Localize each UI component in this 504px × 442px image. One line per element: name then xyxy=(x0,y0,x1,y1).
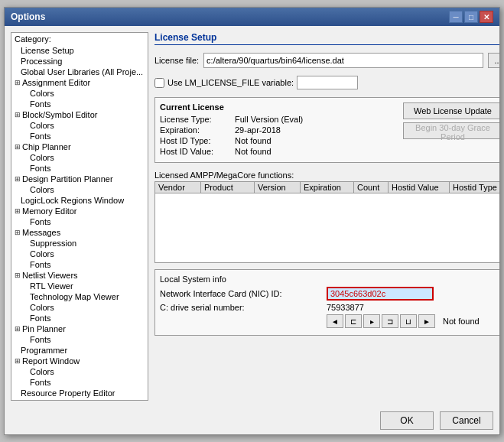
license-file-input[interactable] xyxy=(203,53,483,68)
local-info-title: Local System info xyxy=(160,275,499,284)
tree-item-rw-fonts[interactable]: Fonts xyxy=(11,377,148,388)
tree-group-design-partition[interactable]: ⊞ Design Partition Planner xyxy=(11,174,148,184)
tree-group-assignment-editor[interactable]: ⊞ Assignment Editor xyxy=(11,77,148,88)
browse-button[interactable]: ... xyxy=(488,53,499,68)
tree-group-netlist-viewers[interactable]: ⊞ Netlist Viewers xyxy=(11,270,148,281)
host-id-type-row: Host ID Type: Not found xyxy=(160,136,397,145)
category-label: Category: xyxy=(11,33,148,45)
minimize-button[interactable]: ─ xyxy=(449,11,463,23)
tree-group-block-symbol[interactable]: ⊞ Block/Symbol Editor xyxy=(11,109,148,120)
tree-group-report-window[interactable]: ⊞ Report Window xyxy=(11,356,148,366)
tree-item-msg-suppression[interactable]: Suppression xyxy=(11,238,148,249)
tree-item-nv-colors[interactable]: Colors xyxy=(11,302,148,313)
col-version: Version xyxy=(255,182,301,193)
tree-item-dp-colors[interactable]: Colors xyxy=(11,184,148,195)
tree-item-programmer[interactable]: Programmer xyxy=(11,345,148,356)
lm-input[interactable] xyxy=(297,76,358,89)
tree-item-pp-fonts[interactable]: Fonts xyxy=(11,334,148,345)
tree-item-license-setup[interactable]: License Setup xyxy=(11,45,148,56)
lm-license-row: Use LM_LICENSE_FILE variable: xyxy=(154,76,499,89)
right-panel: License Setup License file: ... Use LM_L… xyxy=(154,32,499,401)
expand-icon-4: ⊞ xyxy=(15,175,21,183)
page-btn-2[interactable]: ▸ xyxy=(363,314,380,328)
page-btn-3[interactable]: ⊐ xyxy=(382,314,398,328)
nic-label: Network Interface Card (NIC) ID: xyxy=(160,289,320,298)
bottom-bar: OK Cancel xyxy=(5,407,499,434)
tree-item-ae-fonts[interactable]: Fonts xyxy=(11,99,148,109)
col-product: Product xyxy=(201,182,255,193)
pagination-controls: ◄ ⊏ ▸ ⊐ ⊔ ► Not found xyxy=(327,314,480,328)
host-id-value-label: Host ID Value: xyxy=(160,147,229,156)
expand-icon-9: ⊞ xyxy=(15,357,21,365)
tree-item-rtl-viewer[interactable]: RTL Viewer xyxy=(11,281,148,291)
tree-group-pin-planner[interactable]: ⊞ Pin Planner xyxy=(11,323,148,334)
tree-item-logiclock[interactable]: LogicLock Regions Window xyxy=(11,195,148,206)
close-button[interactable]: ✕ xyxy=(480,11,493,23)
pagination-row: ◄ ⊏ ▸ ⊐ ⊔ ► Not found xyxy=(160,314,499,328)
expand-icon-5: ⊞ xyxy=(15,207,21,215)
license-buttons: Web License Update Begin 30-day Grace Pe… xyxy=(403,102,499,158)
tree-item-processing[interactable]: Processing xyxy=(11,56,148,67)
window-content: Category: License Setup Processing Globa… xyxy=(5,26,499,407)
current-license-title: Current License xyxy=(160,102,397,112)
tree-item-cp-fonts[interactable]: Fonts xyxy=(11,163,148,174)
tree-item-bse-colors[interactable]: Colors xyxy=(11,120,148,131)
tree-item-msg-fonts[interactable]: Fonts xyxy=(11,259,148,270)
expand-icon-2: ⊞ xyxy=(15,111,21,119)
section-title: License Setup xyxy=(154,32,499,45)
tree-item-bse-fonts[interactable]: Fonts xyxy=(11,131,148,141)
col-hostid-type: Hostid Type xyxy=(450,182,499,193)
drive-serial-label: C: drive serial number: xyxy=(160,303,320,312)
tree-item-global-libraries[interactable]: Global User Libraries (All Proje... xyxy=(11,67,148,77)
window-title: Options xyxy=(11,11,45,22)
tree-item-cp-colors[interactable]: Colors xyxy=(11,152,148,163)
drive-serial-row: C: drive serial number: 75933877 xyxy=(160,303,499,312)
tree-item-msg-colors[interactable]: Colors xyxy=(11,249,148,259)
host-id-value-value: Not found xyxy=(235,147,272,156)
web-license-update-button[interactable]: Web License Update xyxy=(403,102,499,119)
page-btn-4[interactable]: ⊔ xyxy=(400,314,417,328)
cancel-button[interactable]: Cancel xyxy=(440,411,493,430)
tree-item-ae-colors[interactable]: Colors xyxy=(11,88,148,99)
license-info: Current License License Type: Full Versi… xyxy=(160,102,397,158)
licensed-functions-section: Licensed AMPP/MegaCore functions: Vendor… xyxy=(154,171,499,263)
tree-item-resource-property-editor[interactable]: Resource Property Editor xyxy=(11,388,148,398)
nic-input[interactable] xyxy=(327,287,434,301)
grace-period-button[interactable]: Begin 30-day Grace Period xyxy=(403,122,499,139)
tree-item-nv-fonts[interactable]: Fonts xyxy=(11,313,148,323)
col-hostid-value: Hostid Value xyxy=(389,182,450,193)
host-id-value-row: Host ID Value: Not found xyxy=(160,147,397,156)
page-prev-btn[interactable]: ◄ xyxy=(327,314,343,328)
tree-item-rw-colors[interactable]: Colors xyxy=(11,366,148,377)
page-btn-1[interactable]: ⊏ xyxy=(345,314,362,328)
host-id-type-value: Not found xyxy=(235,136,272,145)
license-file-label: License file: xyxy=(154,56,199,65)
col-count: Count xyxy=(354,182,389,193)
tree-group-memory-editor[interactable]: ⊞ Memory Editor xyxy=(11,206,148,216)
table-header: Vendor Product Version Expiration Count … xyxy=(155,182,499,193)
license-type-label: License Type: xyxy=(160,115,229,124)
expiration-value: 29-apr-2018 xyxy=(235,125,281,135)
ok-button[interactable]: OK xyxy=(380,411,434,430)
page-next-btn[interactable]: ► xyxy=(418,314,435,328)
tree-item-tech-map-viewer[interactable]: Technology Map Viewer xyxy=(11,291,148,302)
table-body[interactable] xyxy=(155,193,499,262)
host-id-type-label: Host ID Type: xyxy=(160,136,229,145)
lm-checkbox[interactable] xyxy=(154,78,164,88)
expand-icon: ⊞ xyxy=(15,79,21,86)
col-vendor: Vendor xyxy=(155,182,201,193)
drive-serial-value: 75933877 xyxy=(327,303,364,312)
tree-item-me-fonts[interactable]: Fonts xyxy=(11,216,148,227)
col-expiration: Expiration xyxy=(301,182,354,193)
lm-checkbox-label: Use LM_LICENSE_FILE variable: xyxy=(167,78,294,87)
left-panel: Category: License Setup Processing Globa… xyxy=(11,32,148,401)
tree-group-chip-planner[interactable]: ⊞ Chip Planner xyxy=(11,141,148,152)
not-found-value: Not found xyxy=(443,317,480,326)
license-type-row: License Type: Full Version (Eval) xyxy=(160,115,397,124)
maximize-button[interactable]: □ xyxy=(464,11,478,23)
expiration-row: Expiration: 29-apr-2018 xyxy=(160,125,397,135)
title-controls: ─ □ ✕ xyxy=(449,11,493,23)
expand-icon-8: ⊞ xyxy=(15,325,21,333)
tree-container[interactable]: License Setup Processing Global User Lib… xyxy=(11,45,148,400)
tree-group-messages[interactable]: ⊞ Messages xyxy=(11,227,148,238)
